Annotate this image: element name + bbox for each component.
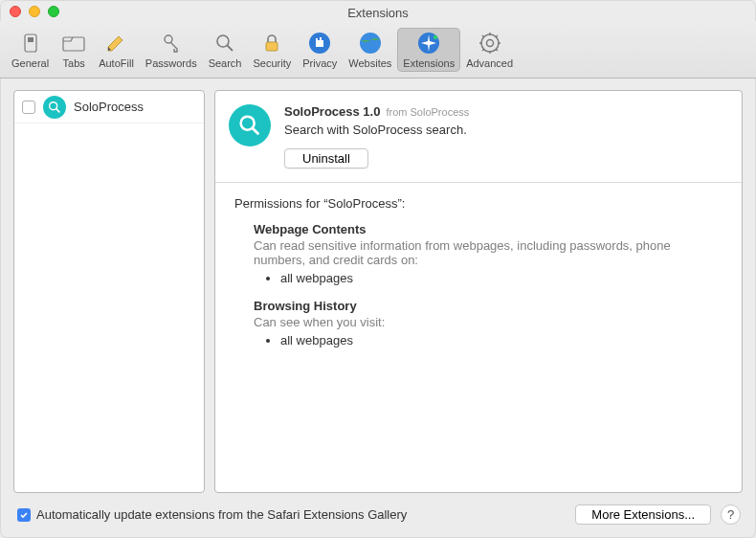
tab-websites[interactable]: Websites	[343, 28, 397, 72]
extension-header: SoloProcess 1.0 from SoloProcess Search …	[215, 91, 742, 183]
key-icon	[158, 30, 185, 56]
pencil-icon	[102, 30, 129, 56]
permissions-section: Permissions for “SoloProcess”: Webpage C…	[215, 183, 742, 374]
extension-list-item[interactable]: SoloProcess	[14, 91, 204, 123]
extensions-list: SoloProcess	[13, 90, 205, 493]
switch-icon	[17, 30, 44, 56]
svg-rect-5	[266, 42, 278, 51]
tab-label: Advanced	[466, 57, 513, 69]
tab-label: Tabs	[63, 57, 85, 69]
svg-line-18	[482, 49, 484, 51]
tab-label: Extensions	[403, 57, 455, 69]
preferences-toolbar: General Tabs AutoFill Passwords Search	[0, 21, 756, 78]
tab-label: Websites	[348, 57, 391, 69]
svg-point-11	[486, 39, 493, 46]
tab-label: Search	[209, 57, 242, 69]
gear-icon	[477, 30, 503, 56]
svg-point-7	[360, 33, 381, 54]
extension-description: Search with SoloProcess search.	[284, 123, 469, 137]
extension-detail: SoloProcess 1.0 from SoloProcess Search …	[214, 90, 743, 493]
uninstall-button[interactable]: Uninstall	[284, 148, 368, 168]
svg-point-3	[165, 35, 172, 43]
magnifier-icon	[229, 104, 271, 146]
permission-browsing-history: Browsing History Can see when you visit:…	[254, 299, 723, 347]
auto-update-label: Automatically update extensions from the…	[36, 507, 407, 522]
close-icon[interactable]	[10, 6, 21, 17]
extensions-icon	[415, 30, 442, 56]
magnifier-icon	[43, 96, 66, 119]
permission-webpage-contents: Webpage Contents Can read sensitive info…	[254, 222, 723, 285]
lock-icon	[258, 30, 285, 56]
tab-label: Security	[253, 57, 291, 69]
svg-point-4	[217, 35, 229, 47]
tab-autofill[interactable]: AutoFill	[93, 28, 140, 72]
tab-passwords[interactable]: Passwords	[140, 28, 203, 72]
window-controls	[10, 6, 59, 17]
permission-title: Browsing History	[254, 299, 723, 313]
tab-label: General	[11, 57, 49, 69]
search-icon	[211, 30, 238, 56]
extensions-window: Extensions General Tabs AutoFill Passwor…	[0, 0, 756, 538]
more-extensions-button[interactable]: More Extensions...	[575, 504, 711, 525]
svg-point-20	[50, 101, 57, 109]
permission-scope: all webpages	[280, 271, 723, 285]
tabs-icon	[60, 30, 87, 56]
tab-label: Privacy	[302, 57, 337, 69]
permissions-title: Permissions for “SoloProcess”:	[234, 196, 723, 211]
svg-line-19	[496, 35, 498, 37]
help-button[interactable]: ?	[721, 504, 741, 525]
tab-search[interactable]: Search	[203, 28, 248, 72]
content-area: SoloProcess SoloProcess 1.0 from SoloPro…	[0, 78, 756, 504]
auto-update-row[interactable]: Automatically update extensions from the…	[17, 507, 566, 522]
extension-enable-checkbox[interactable]	[22, 101, 35, 114]
minimize-icon[interactable]	[29, 6, 40, 17]
extension-info: SoloProcess 1.0 from SoloProcess Search …	[284, 104, 469, 168]
footer: Automatically update extensions from the…	[0, 504, 756, 538]
auto-update-checkbox[interactable]	[17, 508, 31, 522]
zoom-icon[interactable]	[48, 6, 59, 17]
extension-title: SoloProcess 1.0	[284, 104, 380, 119]
svg-rect-0	[25, 34, 36, 52]
permission-title: Webpage Contents	[254, 222, 723, 236]
svg-point-21	[241, 117, 255, 130]
permission-scope: all webpages	[280, 333, 723, 347]
svg-rect-1	[28, 37, 33, 42]
extension-name: SoloProcess	[74, 100, 144, 114]
tab-privacy[interactable]: Privacy	[297, 28, 343, 72]
svg-line-16	[482, 35, 484, 37]
svg-rect-2	[63, 37, 84, 51]
tab-label: AutoFill	[99, 57, 134, 69]
globe-icon	[357, 30, 384, 56]
permission-description: Can read sensitive information from webp…	[254, 238, 723, 267]
tab-extensions[interactable]: Extensions	[397, 28, 460, 72]
permission-description: Can see when you visit:	[254, 315, 723, 329]
window-title: Extensions	[8, 2, 748, 20]
tab-general[interactable]: General	[6, 28, 55, 72]
titlebar: Extensions	[0, 0, 756, 21]
tab-security[interactable]: Security	[247, 28, 297, 72]
extension-author: from SoloProcess	[386, 106, 469, 118]
tab-advanced[interactable]: Advanced	[460, 28, 519, 72]
tab-label: Passwords	[145, 57, 197, 69]
tab-tabs[interactable]: Tabs	[55, 28, 93, 72]
hand-icon	[306, 30, 333, 56]
svg-line-17	[496, 49, 498, 51]
